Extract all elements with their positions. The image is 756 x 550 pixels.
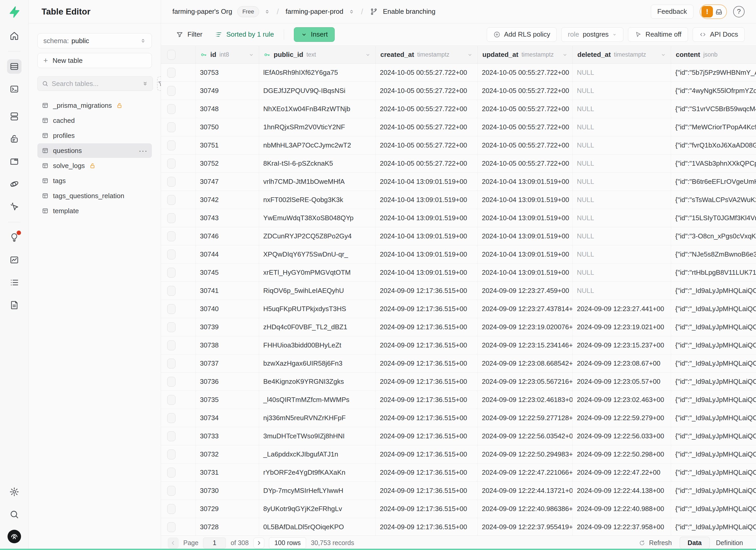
cell-content[interactable]: {"id":"_Id9aLyJpMHQLaiQC — [671, 445, 756, 463]
cell-deleted-at[interactable]: NULL — [573, 100, 671, 118]
cell-content[interactable]: {"id":"MeWCriorTPopA4Kc9 — [671, 118, 756, 136]
select-all-checkbox[interactable] — [167, 50, 175, 60]
cell-public-id[interactable]: nj336mN5reuRVNZrKHFpF — [259, 409, 376, 427]
cell-public-id[interactable]: YwEmuWdqT38XoSB048QYp — [259, 209, 376, 227]
cell-public-id[interactable]: 3muDHTceTWso9IZj8hHNI — [259, 427, 376, 445]
cell-id[interactable]: 30729 — [196, 500, 259, 518]
cell-created-at[interactable]: 2024-10-04 13:09:01.519+00 — [376, 264, 478, 281]
org-name[interactable]: farming-paper's Org — [172, 8, 232, 16]
table-row[interactable]: 30744 XPQwDIqY6Y75SwDnU-qr_ 2024-10-04 1… — [161, 245, 756, 264]
cell-created-at[interactable]: 2024-10-05 00:55:27.722+00 — [376, 100, 478, 118]
cell-created-at[interactable]: 2024-09-09 12:17:36.515+00 — [376, 427, 478, 445]
column-header[interactable]: deleted_at timestamptz — [573, 46, 671, 63]
cell-created-at[interactable]: 2024-09-09 12:17:36.515+00 — [376, 482, 478, 500]
row-checkbox[interactable] — [167, 86, 175, 96]
cell-created-at[interactable]: 2024-09-09 12:17:36.515+00 — [376, 373, 478, 391]
sidebar-table-item[interactable]: profiles — [37, 128, 152, 143]
cell-id[interactable]: 30748 — [196, 100, 259, 118]
column-header[interactable]: created_at timestamptz — [376, 46, 478, 63]
cell-id[interactable]: 30740 — [196, 300, 259, 318]
cell-id[interactable]: 30733 — [196, 427, 259, 445]
cell-content[interactable]: {"id":"_Id9aLyJpMHQLaiQC — [671, 391, 756, 409]
cell-deleted-at[interactable]: NULL — [573, 227, 671, 245]
cell-deleted-at[interactable]: NULL — [573, 118, 671, 136]
storage-icon[interactable] — [7, 154, 22, 169]
chevrons-down-icon[interactable] — [142, 80, 149, 87]
cell-created-at[interactable]: 2024-09-09 12:17:36.515+00 — [376, 282, 478, 300]
table-row[interactable]: 30742 nxFT002lSeRE-Qobg3K3k 2024-10-04 1… — [161, 191, 756, 209]
cell-updated-at[interactable]: 2024-09-09 12:22:50.294983+00 — [478, 445, 573, 463]
cell-public-id[interactable]: _l40sQIRTmMZfcm-MWMPs — [259, 391, 376, 409]
row-checkbox[interactable] — [167, 468, 175, 478]
cell-created-at[interactable]: 2024-09-09 12:17:36.515+00 — [376, 391, 478, 409]
cell-content[interactable]: {"id":"_Id9aLyJpMHQLaiQC — [671, 336, 756, 354]
cell-public-id[interactable]: xrETl_HyGY0mPMGVqtOTM — [259, 264, 376, 281]
cell-created-at[interactable]: 2024-09-09 12:17:36.515+00 — [376, 300, 478, 318]
cell-content[interactable]: {"id":"NJe5s8ZmBwnoB6e3s — [671, 245, 756, 263]
cell-deleted-at[interactable]: 2024-09-09 12:22:40.988+00 — [573, 500, 671, 518]
notifications-button[interactable]: ! — [700, 4, 727, 19]
logs-icon[interactable] — [7, 275, 22, 290]
cell-updated-at[interactable]: 2024-10-04 13:09:01.519+00 — [478, 173, 573, 191]
cell-updated-at[interactable]: 2024-09-09 12:22:44.13721+00 — [478, 482, 573, 500]
table-row[interactable]: 30731 rYbORF2e4YgDt9fKAXaKn 2024-09-09 1… — [161, 464, 756, 482]
cell-created-at[interactable]: 2024-10-04 13:09:01.519+00 — [376, 245, 478, 263]
cell-content[interactable]: {"id":"15LSIyT0JGMf3Kl4Vn — [671, 209, 756, 227]
cell-created-at[interactable]: 2024-10-05 00:55:27.722+00 — [376, 82, 478, 100]
tab-data[interactable]: Data — [680, 537, 710, 549]
cell-created-at[interactable]: 2024-10-04 13:09:01.519+00 — [376, 191, 478, 209]
table-row[interactable]: 30733 3muDHTceTWso9IZj8hHNI 2024-09-09 1… — [161, 427, 756, 445]
cell-content[interactable]: {"id":"5b7j5Pz9WHBNmY_A — [671, 64, 756, 82]
cell-created-at[interactable]: 2024-10-04 13:09:01.519+00 — [376, 209, 478, 227]
enable-branching-button[interactable]: Enable branching — [383, 8, 435, 16]
sql-editor-icon[interactable] — [7, 82, 22, 96]
column-header[interactable]: public_id text — [259, 46, 376, 63]
feedback-button[interactable]: Feedback — [651, 5, 693, 19]
cell-updated-at[interactable]: 2024-10-04 13:09:01.519+00 — [478, 191, 573, 209]
cell-id[interactable]: 30730 — [196, 482, 259, 500]
cell-id[interactable]: 30734 — [196, 409, 259, 427]
cell-deleted-at[interactable]: NULL — [573, 282, 671, 300]
cell-id[interactable]: 30737 — [196, 354, 259, 372]
cell-created-at[interactable]: 2024-09-09 12:17:36.515+00 — [376, 500, 478, 518]
supabase-logo-icon[interactable] — [8, 6, 21, 18]
row-checkbox[interactable] — [167, 340, 175, 350]
cell-updated-at[interactable]: 2024-10-04 13:09:01.519+00 — [478, 264, 573, 281]
table-row[interactable]: 30745 xrETl_HyGY0mPMGVqtOTM 2024-10-04 1… — [161, 264, 756, 282]
cell-content[interactable]: {"id":"_Id9aLyJpMHQLaiQC — [671, 354, 756, 372]
help-button[interactable]: ? — [733, 6, 745, 17]
cell-public-id[interactable]: ZDCunRYJP2CQ5Z8Po2Gy4 — [259, 227, 376, 245]
cell-updated-at[interactable]: 2024-09-09 12:22:59.277128+00 — [478, 409, 573, 427]
cell-deleted-at[interactable]: 2024-09-09 12:23:05.57+00 — [573, 373, 671, 391]
cell-content[interactable]: {"id":"_Id9aLyJpMHQLaiQC — [671, 427, 756, 445]
cell-content[interactable]: {"id":"fvrQ1bXoJ6XaAD08G — [671, 136, 756, 154]
reports-icon[interactable] — [7, 253, 22, 267]
table-row[interactable]: 30735 _l40sQIRTmMZfcm-MWMPs 2024-09-09 1… — [161, 391, 756, 409]
cell-public-id[interactable]: 1hnRQjxSRm2V0VticY2NF — [259, 118, 376, 136]
row-checkbox[interactable] — [167, 504, 175, 514]
database-icon[interactable] — [7, 109, 22, 124]
cell-id[interactable]: 30747 — [196, 173, 259, 191]
refresh-button[interactable]: Refresh — [639, 539, 672, 547]
cell-created-at[interactable]: 2024-10-04 13:09:01.519+00 — [376, 173, 478, 191]
page-number-input[interactable] — [203, 538, 226, 548]
cell-content[interactable]: {"id":"_Id9aLyJpMHQLaiQC — [671, 518, 756, 535]
cell-id[interactable]: 30751 — [196, 136, 259, 154]
cell-content[interactable]: {"id":"B6tr6eEFLrOVgeUmH — [671, 173, 756, 191]
api-docs-button[interactable]: API Docs — [693, 27, 745, 42]
row-checkbox[interactable] — [167, 486, 175, 496]
cell-id[interactable]: 30746 — [196, 227, 259, 245]
row-checkbox[interactable] — [167, 450, 175, 459]
table-row[interactable]: 30752 8KraI-tSI-6-pSZcknaK5 2024-10-05 0… — [161, 155, 756, 173]
row-checkbox[interactable] — [167, 195, 175, 205]
cell-public-id[interactable]: lEfA0sRh9hIXf62Y6ga75 — [259, 64, 376, 82]
project-name[interactable]: farming-paper-prod — [286, 8, 343, 16]
row-checkbox[interactable] — [167, 286, 175, 296]
cell-public-id[interactable]: NhXEo1Xw04FnB4RzWTNjb — [259, 100, 376, 118]
row-checkbox[interactable] — [167, 268, 175, 278]
cell-content[interactable]: {"id":"3-O8cn_xPgs0cVxqKB — [671, 227, 756, 245]
cell-created-at[interactable]: 2024-09-09 12:17:36.515+00 — [376, 336, 478, 354]
cell-updated-at[interactable]: 2024-10-04 13:09:01.519+00 — [478, 209, 573, 227]
cell-public-id[interactable]: 8yUKotr9qGYjK2eFRhgLv — [259, 500, 376, 518]
cell-id[interactable]: 30745 — [196, 264, 259, 281]
